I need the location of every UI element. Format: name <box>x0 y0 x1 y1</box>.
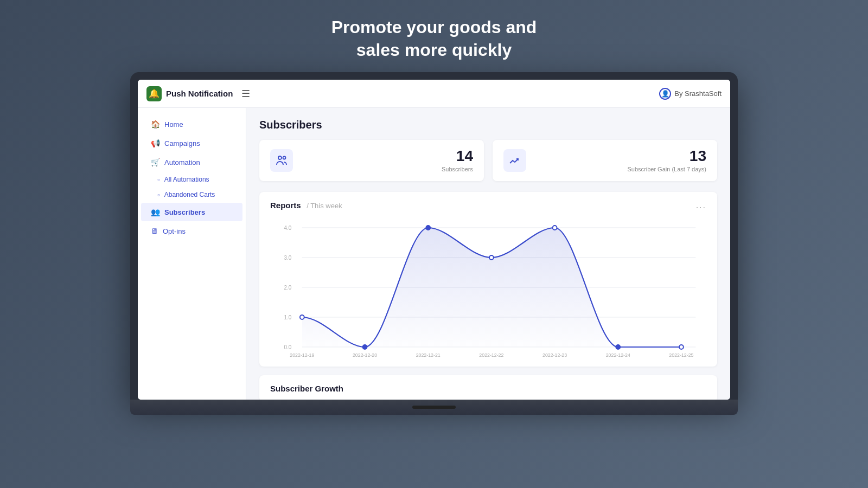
chart-point-3 <box>489 255 494 260</box>
headline-line1: Promote your goods and <box>331 17 537 37</box>
chart-point-4 <box>553 226 557 230</box>
sidebar-item-abandoned-carts-label: Abandoned Carts <box>164 191 215 198</box>
subscribers-stat-icon <box>270 149 293 172</box>
app-layout: 🔔 Push Notification ☰ 👤 By SrashtaSoft 🏠 <box>138 80 730 400</box>
sidebar-item-home[interactable]: 🏠 Home <box>141 115 242 133</box>
sidebar-item-campaigns-label: Campaigns <box>164 139 200 147</box>
chart-point-6 <box>679 345 684 349</box>
laptop-frame: 🔔 Push Notification ☰ 👤 By SrashtaSoft 🏠 <box>130 72 738 415</box>
gain-stat-info: 13 Subscriber Gain (Last 7 days) <box>627 149 706 172</box>
svg-text:3.0: 3.0 <box>284 255 292 261</box>
sidebar-item-all-automations-label: All Automations <box>164 176 209 183</box>
line-chart: 4.0 3.0 2.0 1.0 0.0 <box>270 217 706 358</box>
reports-title-group: Reports / This week <box>270 201 342 210</box>
svg-text:2022-12-20: 2022-12-20 <box>353 352 377 358</box>
headline-line2: sales more quickly <box>356 40 512 60</box>
gain-count: 13 <box>690 149 706 164</box>
svg-text:2022-12-22: 2022-12-22 <box>479 352 503 358</box>
subscribers-icon: 👥 <box>151 208 160 216</box>
svg-point-0 <box>278 156 282 159</box>
svg-point-1 <box>283 157 286 159</box>
svg-text:4.0: 4.0 <box>284 225 292 231</box>
reports-header: Reports / This week ... <box>270 201 706 210</box>
reports-card: Reports / This week ... <box>259 192 717 367</box>
sidebar-item-subscribers-label: Subscribers <box>164 208 205 216</box>
svg-text:2022-12-24: 2022-12-24 <box>606 352 630 358</box>
stat-card-gain: 13 Subscriber Gain (Last 7 days) <box>493 140 717 181</box>
chart-container: 4.0 3.0 2.0 1.0 0.0 <box>270 217 706 358</box>
main-body: 🏠 Home 📢 Campaigns 🛒 Automation All <box>138 108 730 400</box>
subscribers-stat-info: 14 Subscribers <box>442 149 473 172</box>
sidebar-item-automation-label: Automation <box>164 158 200 166</box>
sidebar-item-home-label: Home <box>164 120 183 129</box>
stat-card-subscribers: 14 Subscribers <box>259 140 484 181</box>
user-avatar-icon: 👤 <box>659 88 671 100</box>
sidebar-item-abandoned-carts[interactable]: Abandoned Carts <box>138 187 246 202</box>
subscribers-label: Subscribers <box>442 166 473 172</box>
page-title: Subscribers <box>259 119 717 131</box>
sidebar-item-campaigns[interactable]: 📢 Campaigns <box>141 134 242 152</box>
topnav: 🔔 Push Notification ☰ 👤 By SrashtaSoft <box>138 80 730 108</box>
laptop-notch <box>412 406 456 409</box>
logo-icon: 🔔 <box>146 86 162 101</box>
home-icon: 🏠 <box>151 120 160 129</box>
sidebar-item-subscribers[interactable]: 👥 Subscribers <box>141 203 242 221</box>
automation-icon: 🛒 <box>151 158 160 166</box>
screen-bezel: 🔔 Push Notification ☰ 👤 By SrashtaSoft 🏠 <box>130 72 738 400</box>
campaigns-icon: 📢 <box>151 139 160 147</box>
sidebar: 🏠 Home 📢 Campaigns 🛒 Automation All <box>138 108 246 400</box>
reports-subtitle: / This week <box>307 202 342 210</box>
subscribers-count: 14 <box>456 149 473 164</box>
sidebar-item-optins-label: Opt-ins <box>163 227 186 235</box>
gain-label: Subscriber Gain (Last 7 days) <box>627 166 706 172</box>
svg-text:2022-12-23: 2022-12-23 <box>542 352 567 358</box>
gain-stat-icon <box>503 149 526 172</box>
logo-text: Push Notification <box>166 89 233 98</box>
stats-row: 14 Subscribers <box>259 140 717 181</box>
svg-text:2.0: 2.0 <box>284 285 292 291</box>
topnav-logo: 🔔 Push Notification <box>146 86 233 101</box>
content-area: Subscribers <box>246 108 730 400</box>
chart-point-1 <box>363 345 367 349</box>
subscriber-growth-card: Subscriber Growth <box>259 375 717 400</box>
page-headline: Promote your goods and sales more quickl… <box>331 16 537 61</box>
svg-text:2022-12-21: 2022-12-21 <box>416 352 441 358</box>
hamburger-icon[interactable]: ☰ <box>241 88 250 100</box>
chart-point-5 <box>616 345 620 349</box>
chart-point-0 <box>300 315 304 319</box>
by-label: By SrashtaSoft <box>674 89 722 98</box>
svg-text:0.0: 0.0 <box>284 344 292 350</box>
svg-text:2022-12-25: 2022-12-25 <box>669 352 693 358</box>
optins-icon: 🖥 <box>151 227 158 235</box>
svg-text:1.0: 1.0 <box>284 314 292 320</box>
chart-point-2 <box>426 226 430 230</box>
sidebar-item-optins[interactable]: 🖥 Opt-ins <box>141 222 242 240</box>
sidebar-item-automation[interactable]: 🛒 Automation <box>141 153 242 171</box>
reports-menu-icon[interactable]: ... <box>696 201 706 210</box>
growth-title: Subscriber Growth <box>270 384 706 393</box>
svg-text:2022-12-19: 2022-12-19 <box>290 352 314 358</box>
laptop-base <box>130 400 738 415</box>
sidebar-item-all-automations[interactable]: All Automations <box>138 172 246 187</box>
reports-title: Reports <box>270 201 301 210</box>
laptop-screen: 🔔 Push Notification ☰ 👤 By SrashtaSoft 🏠 <box>138 80 730 400</box>
topnav-right: 👤 By SrashtaSoft <box>659 88 722 100</box>
